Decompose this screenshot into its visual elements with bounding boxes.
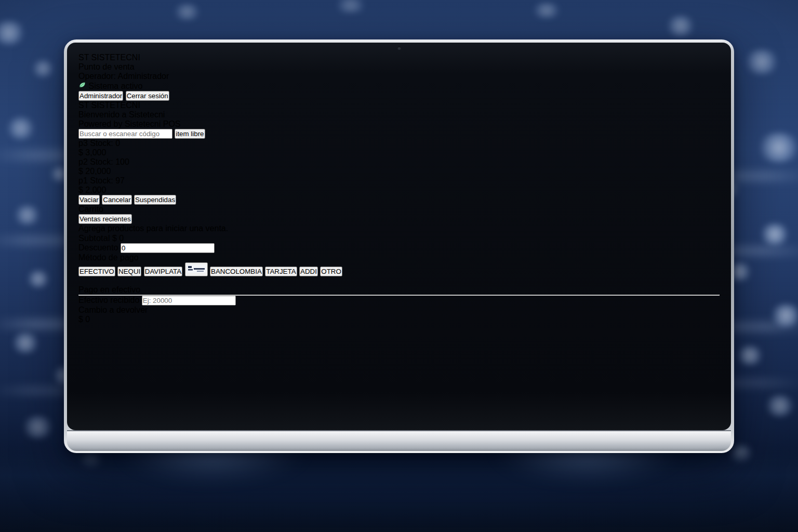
product-grid: p3 Stock: 0 $ 3,000 p2 Stock: 100 (78, 139, 720, 195)
sale-summary-card: Subtotal $ 0 Descuento Método de pago EF… (78, 233, 720, 324)
webcam-dot (397, 46, 401, 50)
cart-title: Carrito (78, 205, 720, 214)
welcome-title: Bienvenido a Sistetecni (78, 110, 720, 119)
search-row: item libre (78, 129, 720, 139)
app-header: ST SISTETECNI Punto de venta Operador: A… (78, 53, 720, 101)
product-name: p1 (78, 176, 88, 185)
monitor-chin (67, 430, 731, 451)
product-name: p3 (78, 139, 88, 148)
background-scene: ST SISTETECNI Punto de venta Operador: A… (0, 0, 798, 532)
monitor-bezel: ST SISTETECNI Punto de venta Operador: A… (67, 43, 731, 430)
logo-glyph: ST (78, 101, 89, 110)
subtotal-value: $ 0 (112, 234, 124, 243)
pos-app: ST SISTETECNI Punto de venta Operador: A… (78, 53, 720, 324)
logo-glyph: ST (78, 53, 89, 62)
status-badge-label: Sistema activo (88, 82, 142, 90)
free-item-button[interactable]: item libre (175, 129, 205, 139)
subtotal-label: Subtotal (78, 233, 110, 243)
product-card-p1[interactable]: p1 Stock: 97 $ 2.000 (78, 176, 720, 195)
payment-method-list: EFECTIVO NEQUI DAVIPLATA (78, 262, 720, 276)
monitor: ST SISTETECNI Punto de venta Operador: A… (64, 39, 734, 453)
logo-caption: SISTETECNI (91, 53, 140, 62)
recent-sales-wrap: Ventas recientes (78, 214, 720, 224)
product-price: $ 20,000 (78, 167, 720, 176)
payment-method-otro[interactable]: OTRO (320, 267, 342, 276)
payment-method-title: Método de pago (78, 253, 720, 262)
change-value: $ 0 (78, 315, 720, 324)
cart-panel: Vaciar Cancelar Suspendidas Carrito Vent… (78, 195, 720, 324)
cash-received-input[interactable] (142, 296, 236, 305)
payment-method-card-button[interactable] (185, 262, 208, 276)
payment-method-efectivo[interactable]: EFECTIVO (78, 267, 115, 276)
product-stock: Stock: 100 (90, 157, 129, 166)
operator-label: Operador: Administrador (78, 72, 720, 81)
product-card-p3[interactable]: p3 Stock: 0 $ 3,000 (78, 139, 720, 157)
cash-received-label: Efectivo recibido (78, 296, 139, 304)
product-card-p2[interactable]: p2 Stock: 100 $ 20,000 (78, 157, 720, 176)
leaf-icon (78, 81, 86, 89)
status-badge: Sistema activo (78, 81, 720, 91)
cash-section-title: Pago en efectivo (78, 285, 720, 295)
welcome-text: Bienvenido a Sistetecni Powered by Siste… (78, 110, 720, 129)
logout-button[interactable]: Cerrar sesión (126, 91, 169, 101)
app-logo: ST SISTETECNI (78, 53, 720, 62)
change-label: Cambio a devolver (78, 305, 720, 315)
cart-actions: Vaciar Cancelar Suspendidas (78, 195, 720, 205)
cancel-button[interactable]: Cancelar (102, 195, 131, 205)
payment-method-daviplata[interactable]: DAVIPLATA (144, 267, 182, 276)
cash-received-row: Efectivo recibido (78, 296, 720, 305)
product-price: $ 2.000 (78, 185, 720, 195)
discount-label: Descuento (78, 243, 118, 252)
product-price: $ 3,000 (78, 148, 720, 157)
payment-method-tarjeta[interactable]: TARJETA (265, 267, 297, 276)
logo-caption: SISTETECNI (91, 101, 140, 110)
main-content: ST SISTETECNI Bienvenido a Sistetecni Po… (78, 101, 720, 324)
empty-cart-message: Agrega productos para iniciar una venta. (78, 224, 720, 233)
screen: ST SISTETECNI Punto de venta Operador: A… (78, 53, 720, 422)
header-actions: Sistema activo Administrador Cerrar sesi… (78, 81, 720, 101)
welcome-subtitle: Powered by Sistetecni POS (78, 119, 720, 129)
suspended-sales-button[interactable]: Suspendidas (134, 195, 176, 205)
page-title: Punto de venta (78, 62, 720, 72)
payment-method-bancolombia[interactable]: BANCOLOMBIA (210, 267, 263, 276)
welcome-logo: ST SISTETECNI (78, 101, 720, 110)
user-button[interactable]: Administrador (78, 91, 123, 101)
desk-surface (0, 451, 798, 532)
welcome-card: ST SISTETECNI Bienvenido a Sistetecni Po… (78, 101, 720, 129)
empty-cart-button[interactable]: Vaciar (78, 195, 100, 205)
card-icon (186, 263, 207, 274)
product-name: p2 (78, 157, 88, 166)
products-panel: ST SISTETECNI Bienvenido a Sistetecni Po… (78, 101, 720, 195)
discount-row: Descuento (78, 243, 720, 253)
search-input[interactable] (78, 129, 172, 139)
payment-method-nequi[interactable]: NEQUI (117, 267, 141, 276)
discount-input[interactable] (121, 243, 215, 253)
payment-method-addi[interactable]: ADDI (299, 267, 318, 276)
recent-sales-button[interactable]: Ventas recientes (78, 214, 132, 224)
product-stock: Stock: 0 (90, 139, 120, 148)
product-stock: Stock: 97 (90, 176, 125, 185)
title-block: Punto de venta Operador: Administrador (78, 62, 720, 81)
subtotal-row: Subtotal $ 0 (78, 233, 720, 243)
